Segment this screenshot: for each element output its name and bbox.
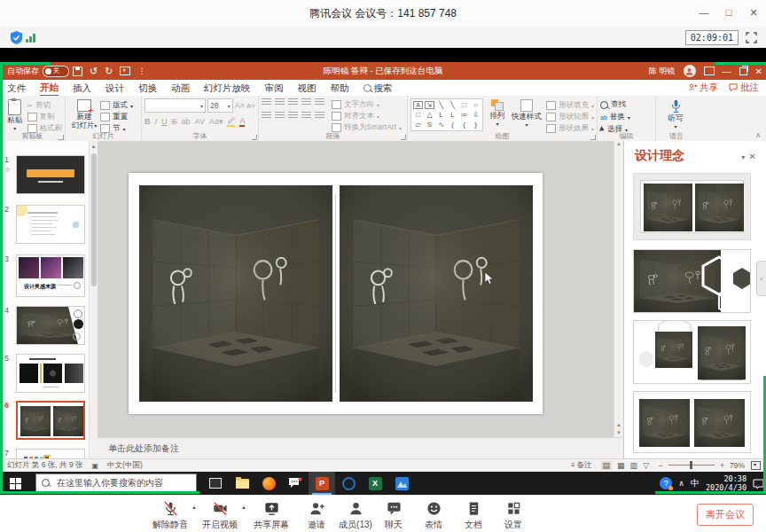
font-color-icon[interactable]: A [239, 116, 245, 127]
normal-view-icon[interactable]: ▤ [601, 461, 613, 470]
slide-thumbnail-3[interactable]: 设计灵感来源 [16, 254, 85, 297]
ribbon-display-options-icon[interactable] [704, 66, 715, 75]
highlight-icon[interactable]: 🖉 [227, 116, 235, 127]
slideshow-view-icon[interactable]: ▽ [643, 461, 649, 470]
taskbar-search-input[interactable] [55, 477, 192, 489]
arrange-button[interactable]: 排列▾ [488, 98, 507, 129]
canvas-scrollbar[interactable]: ▲ ▲ ▼ [614, 141, 623, 437]
line-spacing-icon[interactable] [315, 98, 324, 106]
excel-button[interactable]: X [362, 472, 388, 495]
taskbar-clock[interactable]: 20:382020/4/30 [706, 474, 746, 492]
design-app-button[interactable] [388, 472, 415, 495]
sidebar-collapse-handle[interactable]: ‹ [756, 261, 766, 296]
design-suggestion-3[interactable] [633, 320, 751, 384]
decrease-indent-icon[interactable] [288, 98, 298, 106]
font-name-combo[interactable]: ▾ [145, 98, 206, 113]
share-button[interactable]: 共享 [689, 82, 718, 94]
grow-font-icon[interactable]: A˄ [235, 101, 245, 110]
help-notification-icon[interactable]: ? [660, 477, 672, 489]
scroll-up-icon[interactable]: ▲ [616, 141, 621, 146]
quick-styles-button[interactable]: 快速样式▾ [512, 98, 542, 129]
tab-help[interactable]: 帮助 [331, 81, 349, 96]
hidden-icons-chevron-icon[interactable]: ∧ [678, 479, 684, 488]
zoom-slider[interactable] [668, 465, 715, 466]
zoom-out-icon[interactable]: − [659, 461, 663, 470]
columns-icon[interactable] [315, 112, 324, 120]
slide-thumbnail-1[interactable] [16, 155, 85, 194]
align-center-icon[interactable] [275, 112, 285, 120]
paragraph-launcher-icon[interactable] [401, 135, 406, 140]
tab-review[interactable]: 审阅 [265, 81, 284, 96]
accessibility-icon[interactable]: ▣ [92, 462, 99, 470]
shape-outline-button[interactable]: 形状轮廓▾ [546, 112, 594, 122]
fullscreen-icon[interactable] [746, 32, 757, 43]
comments-button[interactable]: 批注 [729, 82, 759, 94]
shadow-icon[interactable]: ab [182, 117, 191, 126]
slide-sorter-view-icon[interactable]: ▦ [617, 461, 625, 470]
increase-indent-icon[interactable] [301, 98, 311, 106]
layout-button[interactable]: 版式▾ [100, 100, 133, 111]
collapse-ribbon-icon[interactable]: ∧ [755, 131, 761, 139]
pane-close-icon[interactable]: ✕ [749, 152, 756, 161]
minimize-icon[interactable]: — [692, 0, 716, 26]
reset-button[interactable]: 重置 [100, 112, 133, 122]
find-button[interactable]: 查找 [600, 99, 653, 110]
reading-view-icon[interactable]: ▥ [630, 461, 638, 470]
start-video-button[interactable]: 开启视频 [195, 500, 245, 531]
underline-icon[interactable]: U [161, 117, 168, 126]
next-slide-icon[interactable]: ▼ [616, 430, 621, 435]
slide-image-right[interactable] [340, 185, 533, 402]
tab-animations[interactable]: 动画 [171, 81, 190, 96]
paste-button[interactable]: 粘贴▾ [3, 98, 27, 133]
task-view-button[interactable] [202, 472, 229, 495]
scrollbar-thumb[interactable] [91, 153, 97, 286]
numbering-icon[interactable] [275, 98, 285, 106]
language-indicator[interactable]: 中文(中国) [107, 460, 143, 471]
font-size-combo[interactable]: 28▾ [207, 98, 233, 113]
align-text-button[interactable]: 对齐文本▾ [332, 111, 402, 121]
browser-button[interactable] [335, 472, 362, 495]
italic-icon[interactable]: I [155, 117, 158, 126]
tab-view[interactable]: 视图 [298, 81, 317, 96]
new-slide-button[interactable]: 新建 幻灯片▾ [68, 98, 100, 130]
pane-options-icon[interactable]: ▾ ✕ [741, 152, 756, 161]
unmute-button[interactable]: 解除静音 [145, 500, 195, 531]
current-slide[interactable] [129, 173, 543, 414]
fit-to-window-icon[interactable] [751, 461, 761, 470]
ppt-minimize-icon[interactable]: — [723, 66, 731, 76]
settings-button[interactable]: 设置 [489, 500, 538, 531]
tab-design[interactable]: 设计 [106, 81, 124, 96]
char-spacing-icon[interactable]: AV [195, 117, 205, 126]
notes-placeholder[interactable]: 单击此处添加备注 [98, 437, 623, 458]
design-suggestion-4[interactable] [633, 391, 751, 453]
search-box[interactable]: 搜索 [363, 81, 393, 96]
tab-file[interactable]: 文件 [7, 81, 26, 96]
slide-thumbnail-2[interactable] [16, 205, 85, 244]
taskbar-search[interactable] [35, 473, 197, 492]
drawing-launcher-icon[interactable] [590, 135, 596, 140]
shape-fill-button[interactable]: 形状填充▾ [546, 100, 594, 111]
bullets-icon[interactable] [262, 98, 271, 106]
tab-home[interactable]: 开始 [40, 80, 59, 97]
justify-icon[interactable] [301, 112, 311, 120]
ime-indicator[interactable]: 中 [691, 477, 700, 489]
avatar[interactable] [684, 65, 696, 77]
notes-toggle[interactable]: 备注 [577, 460, 592, 471]
zoom-in-icon[interactable]: + [720, 461, 724, 470]
signal-strength-icon[interactable] [26, 33, 36, 43]
design-suggestion-1[interactable] [633, 173, 751, 240]
shrink-font-icon[interactable]: A˅ [246, 102, 255, 110]
shapes-gallery[interactable]: A⇲╲╲□○ □△LL⇨⇩ ▱S∿({} [410, 98, 483, 131]
wechat-button[interactable] [282, 472, 309, 495]
ppt-restore-icon[interactable] [739, 67, 747, 75]
font-launcher-icon[interactable] [252, 135, 257, 140]
align-left-icon[interactable] [262, 112, 271, 120]
share-screen-button[interactable]: 共享屏幕 [246, 500, 296, 531]
account-name[interactable]: 陈 明镜 [649, 66, 676, 77]
text-direction-button[interactable]: 文字方向▾ [332, 99, 402, 110]
slide-image-left[interactable] [139, 185, 332, 402]
change-case-icon[interactable]: Aa▾ [209, 117, 223, 126]
strikethrough-icon[interactable]: S [172, 117, 177, 126]
maximize-icon[interactable]: □ [716, 0, 741, 26]
clipboard-launcher-icon[interactable] [59, 135, 64, 140]
